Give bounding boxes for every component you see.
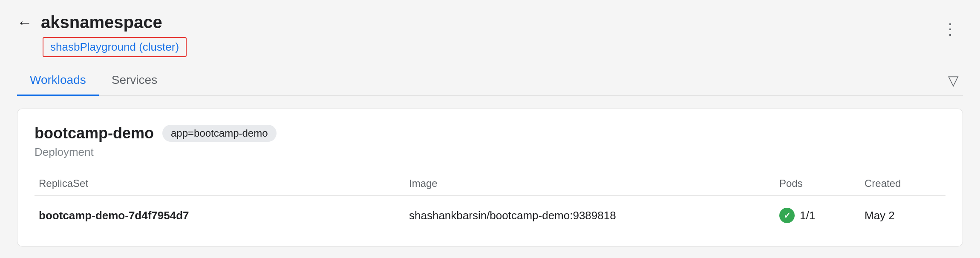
col-pods: Pods bbox=[775, 178, 860, 189]
cluster-badge[interactable]: shasbPlayground (cluster) bbox=[43, 37, 187, 57]
table-header: ReplicaSet Image Pods Created bbox=[35, 172, 945, 196]
deployment-header: bootcamp-demo app=bootcamp-demo bbox=[35, 124, 945, 142]
back-button[interactable]: ← bbox=[17, 15, 32, 30]
col-replicaset: ReplicaSet bbox=[35, 178, 405, 189]
more-button[interactable]: ⋮ bbox=[937, 17, 963, 42]
pods-status-icon: ✓ bbox=[779, 208, 795, 223]
tabs: Workloads Services bbox=[17, 66, 170, 95]
pods-count: 1/1 bbox=[800, 209, 815, 222]
cell-replicaset: bootcamp-demo-7d4f7954d7 bbox=[35, 209, 405, 222]
deployment-name: bootcamp-demo bbox=[35, 124, 154, 142]
label-badge: app=bootcamp-demo bbox=[162, 125, 276, 142]
tabs-row: Workloads Services ▽ bbox=[17, 66, 963, 96]
table-row[interactable]: bootcamp-demo-7d4f7954d7 shashankbarsin/… bbox=[35, 200, 945, 231]
cell-image: shashankbarsin/bootcamp-demo:9389818 bbox=[405, 209, 775, 222]
header-left: ← aksnamespace shasbPlayground (cluster) bbox=[17, 13, 187, 57]
header: ← aksnamespace shasbPlayground (cluster)… bbox=[17, 13, 963, 57]
page: ← aksnamespace shasbPlayground (cluster)… bbox=[0, 0, 980, 258]
filter-icon[interactable]: ▽ bbox=[944, 68, 963, 93]
tab-services[interactable]: Services bbox=[99, 66, 170, 96]
deployment-type: Deployment bbox=[35, 146, 945, 159]
content-card: bootcamp-demo app=bootcamp-demo Deployme… bbox=[17, 109, 963, 247]
col-created: Created bbox=[860, 178, 945, 189]
header-right: ⋮ bbox=[937, 13, 963, 42]
col-image: Image bbox=[405, 178, 775, 189]
page-title: aksnamespace bbox=[41, 13, 162, 32]
tab-workloads[interactable]: Workloads bbox=[17, 66, 99, 96]
title-row: ← aksnamespace bbox=[17, 13, 187, 32]
pods-cell: ✓ 1/1 bbox=[779, 208, 856, 223]
cell-pods: ✓ 1/1 bbox=[775, 208, 860, 223]
cell-created: May 2 bbox=[860, 209, 945, 222]
